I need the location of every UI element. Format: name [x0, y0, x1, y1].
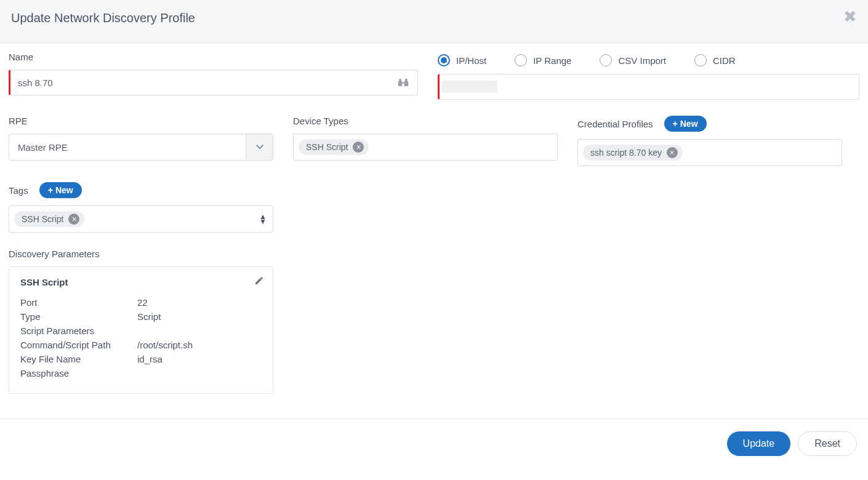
svg-rect-1	[404, 81, 409, 86]
chip-remove-icon[interactable]: ✕	[353, 142, 364, 153]
discovery-parameters-label: Discovery Parameters	[9, 249, 859, 259]
source-value-input[interactable]	[497, 74, 859, 99]
tags-new-button[interactable]: + New	[39, 182, 82, 198]
chip-remove-icon[interactable]: ✕	[68, 214, 79, 225]
redacted-value	[442, 81, 497, 93]
sort-icon[interactable]: ▲▼	[259, 214, 267, 224]
chevron-down-icon	[246, 134, 273, 160]
kv-value: 22	[137, 297, 148, 308]
kv-key: Type	[20, 311, 137, 322]
device-types-label: Device Types	[293, 116, 558, 126]
radio-icon	[600, 54, 612, 66]
name-input[interactable]	[10, 70, 389, 95]
radio-icon	[515, 54, 527, 66]
kv-row: Port 22	[20, 297, 262, 308]
radio-ip-range[interactable]: IP Range	[515, 54, 571, 66]
radio-label: CIDR	[713, 55, 736, 66]
svg-rect-3	[405, 79, 408, 82]
reset-button[interactable]: Reset	[798, 431, 857, 456]
dialog-header: Update Network Discovery Profile ✖	[0, 0, 868, 43]
kv-row: Passphrase	[20, 368, 262, 378]
svg-rect-4	[403, 82, 404, 83]
plus-icon: +	[48, 185, 53, 195]
pencil-icon[interactable]	[254, 276, 264, 286]
radio-label: IP/Host	[456, 55, 486, 66]
discovery-parameters-card: SSH Script Port 22 Type Script Script Pa…	[9, 266, 273, 394]
kv-key: Passphrase	[20, 368, 137, 378]
credential-profiles-label: Credential Profiles	[577, 119, 653, 129]
kv-row: Command/Script Path /root/script.sh	[20, 340, 262, 350]
radio-label: CSV Import	[618, 55, 666, 66]
dialog-body: Name IP/Host	[0, 43, 868, 418]
device-types-field[interactable]: SSH Script ✕	[293, 134, 558, 161]
dialog-footer: Update Reset	[0, 418, 868, 468]
radio-icon	[438, 54, 450, 66]
kv-value: /root/script.sh	[137, 340, 193, 350]
rpe-select-value: Master RPE	[9, 134, 246, 160]
new-label: New	[680, 119, 698, 129]
credential-profiles-field[interactable]: ssh script 8.70 key ✕	[577, 139, 842, 166]
chip-label: SSH Script	[306, 142, 348, 152]
tags-field[interactable]: SSH Script ✕ ▲▼	[9, 206, 273, 233]
svg-rect-2	[399, 79, 401, 82]
binoculars-icon[interactable]	[389, 78, 417, 87]
chip-tag: SSH Script ✕	[14, 211, 84, 227]
close-icon[interactable]: ✖	[843, 9, 857, 25]
radio-csv-import[interactable]: CSV Import	[600, 54, 666, 66]
credential-profiles-new-button[interactable]: + New	[664, 116, 707, 132]
source-type-radiogroup: IP/Host IP Range CSV Import CIDR	[438, 52, 859, 69]
chip-label: ssh script 8.70 key	[590, 148, 662, 158]
kv-key: Command/Script Path	[20, 340, 137, 350]
kv-key: Key File Name	[20, 354, 137, 364]
svg-rect-0	[398, 81, 403, 86]
chip-credential-profile: ssh script 8.70 key ✕	[583, 145, 683, 161]
source-value-input-group	[438, 74, 859, 100]
dialog-title: Update Network Discovery Profile	[11, 11, 857, 25]
radio-label: IP Range	[533, 55, 571, 66]
rpe-label: RPE	[9, 116, 273, 126]
plus-icon: +	[673, 119, 678, 129]
new-label: New	[55, 185, 73, 195]
chip-remove-icon[interactable]: ✕	[667, 147, 678, 158]
radio-icon	[694, 54, 707, 66]
kv-key: Port	[20, 297, 137, 308]
rpe-select[interactable]: Master RPE	[9, 134, 273, 161]
name-label: Name	[9, 52, 418, 62]
kv-key: Script Parameters	[20, 326, 137, 336]
chip-label: SSH Script	[22, 214, 63, 224]
kv-value: Script	[137, 311, 161, 322]
radio-ip-host[interactable]: IP/Host	[438, 54, 486, 66]
name-input-group	[9, 70, 418, 95]
kv-row: Key File Name id_rsa	[20, 354, 262, 364]
params-card-title: SSH Script	[20, 277, 262, 287]
tags-label: Tags	[9, 185, 28, 196]
kv-row: Type Script	[20, 311, 262, 322]
chip-device-type: SSH Script ✕	[299, 139, 369, 155]
radio-cidr[interactable]: CIDR	[694, 54, 736, 66]
kv-value: id_rsa	[137, 354, 163, 364]
kv-row: Script Parameters	[20, 326, 262, 336]
update-button[interactable]: Update	[727, 431, 791, 456]
